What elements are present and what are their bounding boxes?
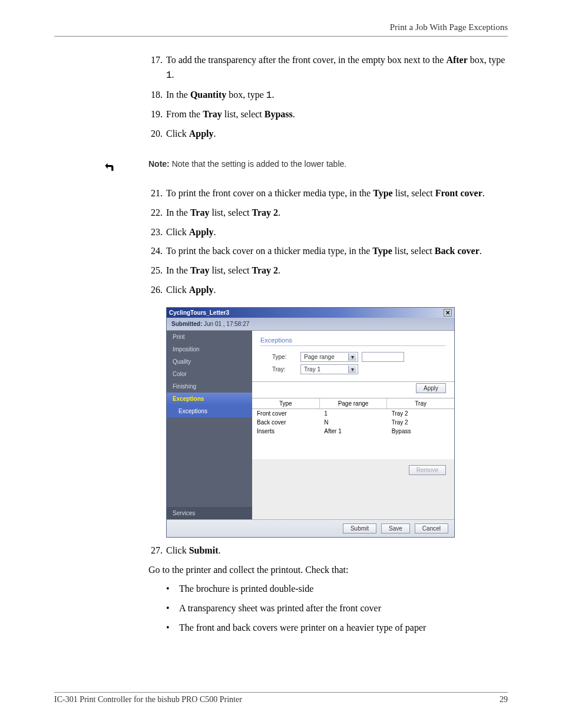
cancel-button[interactable]: Cancel <box>415 523 448 533</box>
page-range-input[interactable] <box>362 352 404 362</box>
step-18: 18. In the Quantity box, type 1. <box>148 88 508 103</box>
note-block: Note: Note that the setting is added to … <box>54 158 508 173</box>
section-title: Exceptions <box>260 337 446 346</box>
step-20: 20. Click Apply. <box>148 127 508 141</box>
tray-label: Tray: <box>272 366 300 373</box>
hand-pointer-icon <box>103 158 118 173</box>
steps-list-a: 17. To add the transparency after the fr… <box>148 53 508 141</box>
save-button[interactable]: Save <box>381 523 410 533</box>
step-27: 27. Click Submit. <box>148 543 508 558</box>
list-item: •The front and back covers were printer … <box>166 621 508 635</box>
step-23: 23. Click Apply. <box>148 225 508 240</box>
chevron-down-icon: ▾ <box>348 365 356 373</box>
list-item: •The brochure is printed double-side <box>166 582 508 597</box>
dialog-submitted-bar: Submitted: Jun 01 , 17:58:27 <box>167 318 454 331</box>
remove-button[interactable]: Remove <box>409 465 446 475</box>
sidebar-item-quality[interactable]: Quality <box>167 355 252 368</box>
step-17: 17. To add the transparency after the fr… <box>148 53 508 83</box>
chevron-down-icon: ▾ <box>348 353 356 361</box>
sidebar-item-imposition[interactable]: Imposition <box>167 343 252 355</box>
dialog-title: CyclingTours_Letter3 <box>169 309 229 316</box>
sidebar-item-services[interactable]: Services <box>167 507 252 519</box>
type-label: Type: <box>272 354 300 360</box>
submit-button[interactable]: Submit <box>343 523 376 533</box>
sidebar: Print Imposition Quality Color Finishing… <box>167 331 252 519</box>
tray-select[interactable]: Tray 1 ▾ <box>300 364 358 374</box>
step-25: 25. In the Tray list, select Tray 2. <box>148 263 508 278</box>
sidebar-item-print[interactable]: Print <box>167 331 252 343</box>
sidebar-item-exceptions[interactable]: Exceptions <box>167 393 252 405</box>
table-header: Type Page range Tray <box>252 398 454 409</box>
steps-list-b: 21. To print the front cover on a thicke… <box>148 186 508 298</box>
sidebar-item-color[interactable]: Color <box>167 368 252 380</box>
step-26: 26. Click Apply. <box>148 283 508 298</box>
close-button[interactable]: ✕ <box>444 309 452 317</box>
apply-button[interactable]: Apply <box>416 383 446 393</box>
table-row[interactable]: InsertsAfter 1Bypass <box>252 427 454 436</box>
step-22: 22. In the Tray list, select Tray 2. <box>148 206 508 220</box>
step-24: 24. To print the back cover on a thicker… <box>148 244 508 259</box>
embedded-screenshot: CyclingTours_Letter3 ✕ Submitted: Jun 01… <box>166 307 455 538</box>
footer-page-number: 29 <box>500 695 508 704</box>
dialog-titlebar[interactable]: CyclingTours_Letter3 ✕ <box>167 308 454 318</box>
dialog-footer: Submit Save Cancel <box>167 519 454 537</box>
table-row[interactable]: Front cover1Tray 2 <box>252 409 454 418</box>
step-21: 21. To print the front cover on a thicke… <box>148 186 508 201</box>
sidebar-item-finishing[interactable]: Finishing <box>167 380 252 393</box>
page-footer: IC-301 Print Controller for the bishub P… <box>54 692 508 704</box>
list-item: •A transparency sheet was printed after … <box>166 601 508 616</box>
sidebar-subitem-exceptions[interactable]: Exceptions <box>167 405 252 417</box>
step-19: 19. From the Tray list, select Bypass. <box>148 107 508 122</box>
table-body: Front cover1Tray 2 Back coverNTray 2 Ins… <box>252 409 454 459</box>
table-row[interactable]: Back coverNTray 2 <box>252 418 454 427</box>
footer-left: IC-301 Print Controller for the bishub P… <box>54 695 242 704</box>
type-select[interactable]: Page range ▾ <box>300 352 358 362</box>
after-steps-text: Go to the printer and collect the printo… <box>148 563 508 578</box>
page-header: Print a Job With Page Exceptions <box>54 22 508 37</box>
check-list: •The brochure is printed double-side •A … <box>166 582 508 635</box>
